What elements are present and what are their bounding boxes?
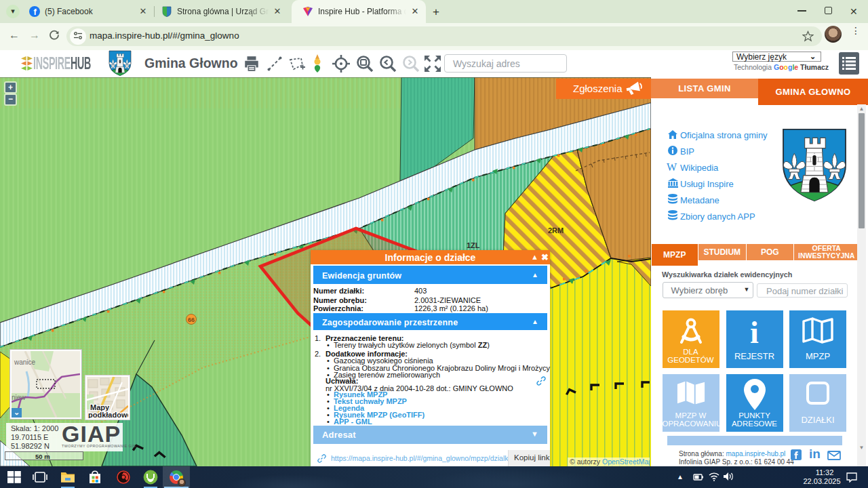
svg-text:1ZL: 1ZL (467, 241, 480, 249)
svg-text:niew: niew (12, 394, 26, 401)
svg-text:f: f (33, 7, 37, 17)
svg-text:podkładowe: podkładowe (88, 411, 128, 418)
svg-text:wanice: wanice (14, 359, 36, 366)
svg-text:66: 66 (188, 317, 195, 323)
svg-text:2RM: 2RM (548, 226, 564, 235)
